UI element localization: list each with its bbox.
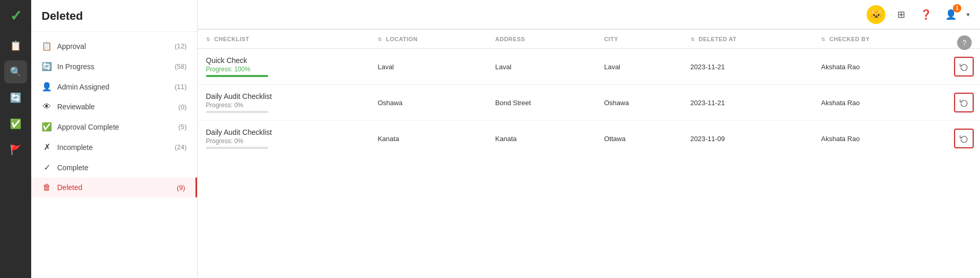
cell-deleted-at-0: 2023-11-21: [682, 49, 813, 85]
admin-assigned-icon: 👤: [42, 82, 52, 92]
progress-label-2: Progress: 0%: [206, 137, 361, 145]
sidebar-item-complete[interactable]: ✓ Complete: [31, 157, 197, 178]
cell-checked-by-0: Akshata Rao: [813, 49, 949, 85]
notification-button[interactable]: 👤 1: [942, 5, 960, 24]
in-progress-count: (58): [175, 62, 187, 70]
sidebar-item-approval-complete[interactable]: ✅ Approval Complete (5): [31, 117, 197, 137]
cell-city-2: Ottawa: [596, 121, 682, 157]
approval-complete-icon: ✅: [42, 122, 52, 132]
cell-checked-by-2: Akshata Rao: [813, 121, 949, 157]
table-row: Daily Audit Checklist Progress: 0% Oshaw…: [198, 85, 980, 121]
cell-action-1: [949, 85, 980, 121]
col-header-city: CITY: [596, 30, 682, 49]
cell-action-2: [949, 121, 980, 157]
approval-icon: 📋: [42, 41, 52, 51]
sidebar-item-incomplete[interactable]: ✗ Incomplete (24): [31, 137, 197, 157]
restore-icon-0: [960, 62, 968, 71]
progress-label-1: Progress: 0%: [206, 102, 361, 109]
header-dropdown-arrow[interactable]: ▾: [966, 11, 970, 18]
help-fab[interactable]: ?: [957, 35, 972, 50]
progress-label-0: Progress: 100%: [206, 66, 361, 73]
checklist-name-1: Daily Audit Checklist: [206, 92, 361, 100]
progress-bar-container-2: [206, 147, 268, 149]
cell-location-2: Kanata: [369, 121, 487, 157]
grid-icon[interactable]: ⊞: [892, 5, 910, 24]
reviewable-icon: 👁: [42, 102, 52, 111]
sidebar-icon-search[interactable]: 🔍: [4, 60, 27, 83]
sidebar-item-reviewable[interactable]: 👁 Reviewable (0): [31, 97, 197, 117]
progress-bar-container-1: [206, 111, 268, 113]
cell-deleted-at-1: 2023-11-21: [682, 85, 813, 121]
icon-bar: ✓ 📋 🔍 🔄 ✅ 🚩: [0, 0, 31, 278]
cell-address-2: Kanata: [487, 121, 596, 157]
cell-checklist-2: Daily Audit Checklist Progress: 0%: [198, 121, 369, 157]
col-header-checklist[interactable]: ⇅ CHECKLIST: [198, 30, 369, 49]
in-progress-icon: 🔄: [42, 61, 52, 71]
cell-checked-by-1: Akshata Rao: [813, 85, 949, 121]
main-content: 🐱 ⊞ ❓ 👤 1 ▾ ? ⇅ CHECKLIST ⇅ LOCATION: [198, 0, 980, 278]
cell-location-1: Oshawa: [369, 85, 487, 121]
cell-location-0: Laval: [369, 49, 487, 85]
col-header-deleted-at[interactable]: ⇅ DELETED AT: [682, 30, 813, 49]
logo-checkmark: ✓: [10, 7, 22, 24]
location-sort-icon: ⇅: [377, 36, 382, 42]
deleted-icon: 🗑: [42, 183, 52, 192]
deleted-at-sort-icon: ⇅: [690, 36, 695, 42]
restore-icon-1: [960, 98, 968, 107]
checked-by-sort-icon: ⇅: [821, 36, 826, 42]
restore-highlight-1: [954, 93, 974, 112]
incomplete-label: Incomplete: [57, 143, 93, 151]
restore-button-0[interactable]: [955, 58, 973, 75]
sidebar-title: Deleted: [31, 0, 197, 32]
notification-badge: 1: [953, 4, 961, 12]
col-header-location[interactable]: ⇅ LOCATION: [369, 30, 487, 49]
approval-complete-label: Approval Complete: [57, 123, 119, 131]
data-table: ⇅ CHECKLIST ⇅ LOCATION ADDRESS CITY ⇅: [198, 29, 980, 156]
help-icon[interactable]: ❓: [917, 5, 935, 24]
progress-bar-fill-0: [206, 75, 268, 77]
content-area: ? ⇅ CHECKLIST ⇅ LOCATION ADDRESS: [198, 29, 980, 278]
complete-label: Complete: [57, 163, 88, 172]
incomplete-count: (24): [175, 143, 187, 151]
approval-count: (12): [175, 42, 187, 50]
deleted-count: (9): [177, 184, 185, 192]
incomplete-icon: ✗: [42, 142, 52, 152]
sidebar-item-admin-assigned[interactable]: 👤 Admin Assigned (11): [31, 77, 197, 97]
admin-assigned-label: Admin Assigned: [57, 83, 109, 91]
sidebar-item-approval[interactable]: 📋 Approval (12): [31, 36, 197, 56]
cell-city-0: Laval: [596, 49, 682, 85]
sidebar-icon-sync[interactable]: 🔄: [4, 86, 27, 109]
reviewable-label: Reviewable: [57, 103, 95, 111]
checklist-name-2: Daily Audit Checklist: [206, 128, 361, 136]
cell-checklist-0: Quick Check Progress: 100%: [198, 49, 369, 85]
sidebar-icon-flag[interactable]: 🚩: [4, 138, 27, 161]
in-progress-label: In Progress: [57, 62, 95, 71]
sidebar-icon-clipboard[interactable]: 📋: [4, 34, 27, 57]
sidebar: Deleted 📋 Approval (12) 🔄 In Progress (5…: [31, 0, 198, 278]
restore-highlight-2: [954, 129, 974, 148]
sidebar-icon-checklist[interactable]: ✅: [4, 112, 27, 135]
approval-label: Approval: [57, 42, 86, 50]
complete-icon: ✓: [42, 162, 52, 172]
deleted-label: Deleted: [57, 183, 82, 192]
checklist-sort-icon: ⇅: [206, 36, 211, 42]
main-header: 🐱 ⊞ ❓ 👤 1 ▾: [198, 0, 980, 29]
col-header-checked-by[interactable]: ⇅ CHECKED BY: [813, 30, 949, 49]
admin-assigned-count: (11): [175, 83, 187, 91]
progress-bar-container-0: [206, 75, 268, 77]
restore-button-1[interactable]: [955, 94, 973, 111]
restore-button-2[interactable]: [955, 130, 973, 147]
restore-icon-2: [960, 134, 968, 143]
app-logo: ✓: [5, 5, 26, 26]
reviewable-count: (0): [178, 103, 187, 111]
cell-deleted-at-2: 2023-11-09: [682, 121, 813, 157]
cell-address-0: Laval: [487, 49, 596, 85]
sidebar-menu: 📋 Approval (12) 🔄 In Progress (58) 👤 Adm…: [31, 32, 197, 201]
sidebar-item-deleted[interactable]: 🗑 Deleted (9): [31, 178, 197, 197]
col-header-address: ADDRESS: [487, 30, 596, 49]
approval-complete-count: (5): [178, 123, 187, 131]
user-avatar[interactable]: 🐱: [867, 5, 885, 24]
table-row: Quick Check Progress: 100% Laval Laval L…: [198, 49, 980, 85]
restore-highlight-0: [954, 57, 974, 77]
sidebar-item-in-progress[interactable]: 🔄 In Progress (58): [31, 56, 197, 77]
